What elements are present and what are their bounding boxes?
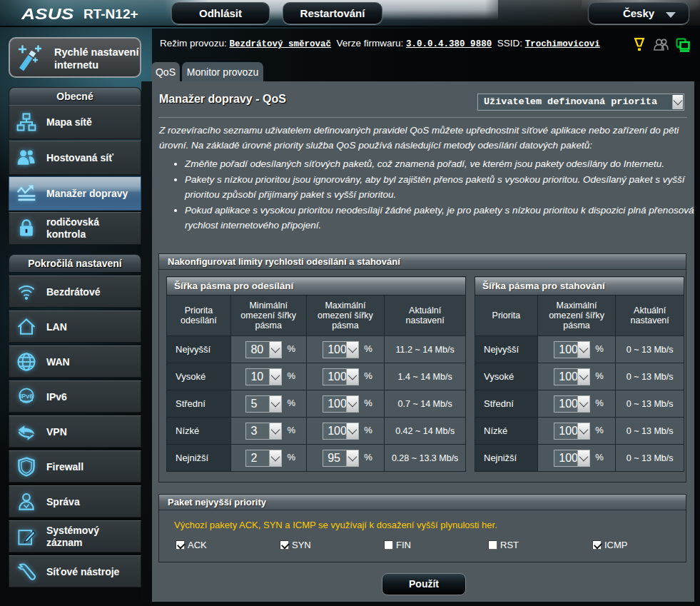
svg-text:IPv6: IPv6 <box>20 392 33 399</box>
